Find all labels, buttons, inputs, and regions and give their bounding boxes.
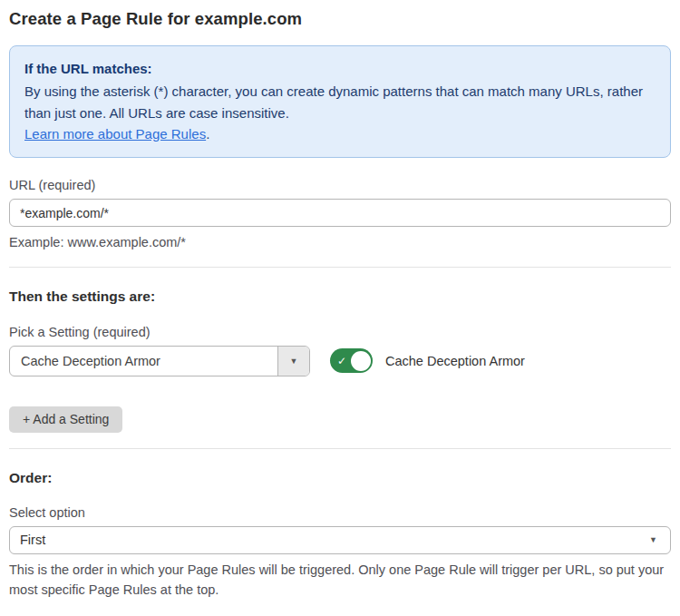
setting-select-caret-button[interactable]: ▼ — [277, 347, 309, 376]
url-field-helper: Example: www.example.com/* — [9, 233, 671, 253]
learn-more-link[interactable]: Learn more about Page Rules — [24, 126, 206, 142]
divider — [9, 448, 671, 449]
order-select-value: First — [20, 533, 45, 547]
divider — [9, 267, 671, 268]
chevron-down-icon: ▼ — [649, 535, 657, 544]
toggle-label: Cache Deception Armor — [385, 354, 525, 368]
setting-toggle-group: ✓ Cache Deception Armor — [330, 348, 525, 373]
info-box-body: By using the asterisk (*) character, you… — [24, 81, 656, 123]
info-box-heading: If the URL matches: — [24, 58, 656, 79]
info-box-link-line: Learn more about Page Rules. — [24, 123, 656, 144]
url-match-info-box: If the URL matches: By using the asteris… — [9, 45, 671, 158]
link-period: . — [206, 126, 209, 142]
check-icon: ✓ — [337, 356, 346, 367]
order-select[interactable]: First ▼ — [9, 526, 671, 554]
settings-section-heading: Then the settings are: — [9, 288, 671, 305]
toggle-knob — [351, 351, 371, 371]
page-title: Create a Page Rule for example.com — [9, 9, 671, 29]
add-setting-button[interactable]: + Add a Setting — [9, 406, 122, 433]
cache-deception-armor-toggle[interactable]: ✓ — [330, 348, 373, 373]
order-section-heading: Order: — [9, 470, 671, 486]
chevron-down-icon: ▼ — [290, 357, 298, 366]
url-input[interactable] — [9, 199, 671, 227]
setting-select[interactable]: Cache Deception Armor ▼ — [9, 346, 310, 376]
pick-setting-label: Pick a Setting (required) — [9, 325, 671, 339]
order-select-label: Select option — [9, 505, 671, 520]
order-helper-text: This is the order in which your Page Rul… — [9, 561, 671, 601]
create-page-rule-form: Create a Page Rule for example.com If th… — [0, 0, 680, 616]
setting-select-value: Cache Deception Armor — [10, 347, 277, 376]
setting-row: Cache Deception Armor ▼ ✓ Cache Deceptio… — [9, 346, 671, 376]
url-field-label: URL (required) — [9, 178, 671, 192]
